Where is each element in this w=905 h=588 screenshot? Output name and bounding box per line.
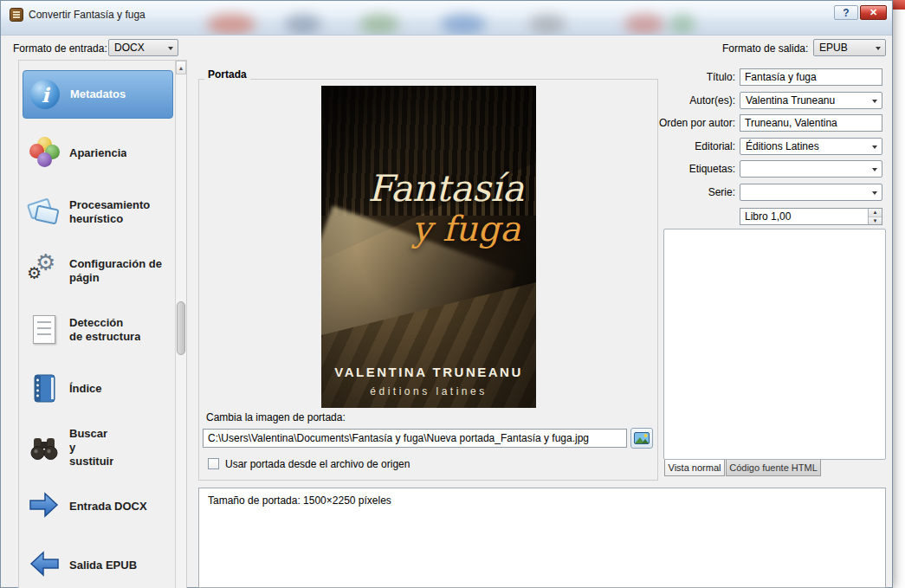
chevron-down-icon — [876, 47, 881, 50]
series-select[interactable] — [740, 184, 882, 201]
cover-image: Fantasía y fuga VALENTINA TRUNEANU éditi… — [321, 86, 536, 408]
sidebar-item-label: Apariencia — [69, 146, 126, 160]
input-format-value: DOCX — [114, 42, 145, 54]
sidebar-item-label: Entrada DOCX — [69, 500, 147, 514]
cover-group-label: Portada — [204, 68, 250, 81]
authors-select[interactable]: Valentina Truneanu — [740, 92, 882, 109]
background-close-button — [893, 0, 905, 10]
sidebar-item-label: Procesamiento heurístico — [69, 198, 150, 227]
sidebar-item-metadatos[interactable]: i Metadatos — [23, 70, 173, 119]
publisher-value: Éditions Latines — [746, 140, 819, 152]
title-value: Fantasía y fuga — [745, 71, 817, 83]
cover-size-text: Tamaño de portada: 1500×2250 píxeles — [208, 494, 391, 507]
cover-author-text: VALENTINA TRUNEANU — [321, 365, 536, 379]
search-replace-icon — [28, 431, 61, 464]
use-source-cover-label: Usar portada desde el archivo de origen — [225, 458, 410, 470]
blurred-toolbar-blob — [529, 14, 566, 35]
sidebar-item-procesamiento-heuristico[interactable]: Procesamiento heurístico — [23, 188, 173, 236]
window-title: Convertir Fantasía y fuga — [29, 9, 145, 21]
titlebar[interactable]: Convertir Fantasía y fuga ? ✕ — [1, 1, 892, 36]
scroll-thumb[interactable] — [177, 301, 185, 355]
blurred-toolbar-blob — [359, 14, 399, 35]
output-format-select[interactable]: EPUB — [813, 39, 886, 56]
output-format-label: Formato de salida: — [722, 42, 808, 55]
cover-publisher-text: éditions latines — [321, 385, 536, 397]
close-button[interactable]: ✕ — [860, 5, 887, 20]
series-label: Serie: — [649, 186, 735, 198]
info-icon: i — [29, 78, 61, 111]
chevron-down-icon — [872, 100, 877, 103]
sidebar-item-entrada-docx[interactable]: Entrada DOCX — [23, 482, 173, 531]
tags-select[interactable] — [740, 160, 882, 178]
cover-subtitle-text: y fuga — [412, 209, 520, 249]
blurred-toolbar-blob — [624, 14, 664, 35]
comments-editor[interactable] — [663, 229, 886, 460]
publisher-label: Editorial: — [649, 140, 735, 152]
chevron-down-icon — [872, 168, 877, 171]
page-setup-icon: ⚙⚙ — [28, 255, 61, 288]
use-source-cover-checkbox[interactable] — [208, 458, 219, 469]
tags-label: Etiquetas: — [649, 163, 735, 175]
appearance-icon — [28, 137, 61, 170]
title-label: Título: — [649, 71, 735, 83]
sidebar-item-label: Configuración de págin — [69, 257, 173, 286]
series-index-spinner[interactable]: Libro 1,00 ▲ ▼ — [740, 208, 882, 225]
cover-size-infobox: Tamaño de portada: 1500×2250 píxeles — [198, 488, 886, 588]
blurred-toolbar-blob — [669, 14, 695, 35]
docx-input-icon — [28, 490, 61, 523]
structure-detection-icon — [28, 313, 61, 346]
convert-dialog: Convertir Fantasía y fuga ? ✕ Formato de… — [0, 0, 893, 588]
cover-title-text: Fantasía — [368, 167, 524, 210]
blurred-toolbar-blob — [285, 14, 321, 35]
blurred-toolbar-blob — [441, 14, 486, 35]
sidebar-item-indice[interactable]: Índice — [23, 365, 173, 413]
toc-icon — [28, 372, 61, 405]
cover-path-input[interactable]: C:\Users\Valentina\Documents\Fantasía y … — [203, 429, 627, 448]
change-cover-label: Cambia la imagen de portada: — [206, 411, 346, 423]
sidebar-item-salida-epub[interactable]: Salida EPUB — [23, 541, 173, 588]
sidebar-item-label: Buscar y sustituir — [69, 427, 113, 469]
input-format-label: Formato de entrada: — [13, 42, 107, 55]
authors-value: Valentina Truneanu — [746, 94, 835, 107]
title-input[interactable]: Fantasía y fuga — [740, 68, 882, 86]
series-index-value: Libro 1,00 — [745, 210, 791, 223]
sidebar-item-buscar-y-sustituir[interactable]: Buscar y sustituir — [23, 423, 173, 472]
scroll-up-button[interactable]: ▲ — [176, 61, 186, 74]
spinner-up-icon[interactable]: ▲ — [869, 209, 882, 217]
output-format-value: EPUB — [819, 42, 848, 54]
chevron-down-icon — [872, 145, 877, 149]
author-sort-value: Truneanu, Valentina — [745, 117, 837, 129]
help-button[interactable]: ? — [834, 5, 858, 20]
author-sort-input[interactable]: Truneanu, Valentina — [740, 114, 882, 132]
input-format-select[interactable]: DOCX — [108, 39, 178, 56]
authors-label: Autor(es): — [649, 94, 735, 107]
tab-vista-normal[interactable]: Vista normal — [664, 460, 725, 476]
chevron-down-icon — [872, 191, 877, 195]
blurred-toolbar-blob — [207, 14, 255, 35]
author-sort-label: Orden por autor: — [649, 117, 735, 129]
sidebar-item-label: Salida EPUB — [69, 559, 137, 572]
sidebar-item-label: Índice — [69, 382, 102, 396]
image-icon — [634, 432, 650, 444]
epub-output-icon — [28, 549, 61, 582]
cover-path-value: C:\Users\Valentina\Documents\Fantasía y … — [208, 432, 589, 444]
browse-cover-button[interactable] — [630, 428, 653, 449]
spinner-down-icon[interactable]: ▼ — [869, 217, 882, 225]
convert-app-icon — [10, 8, 23, 22]
heuristic-processing-icon — [28, 196, 61, 229]
sidebar-scrollbar[interactable]: ▲ — [175, 61, 186, 588]
sidebar-item-label: Detección de estructura — [69, 316, 140, 345]
chevron-down-icon — [168, 47, 173, 50]
background-window — [893, 0, 905, 588]
sidebar-item-configuracion-de-pagina[interactable]: ⚙⚙ Configuración de págin — [23, 247, 173, 295]
publisher-select[interactable]: Éditions Latines — [740, 138, 882, 155]
tab-codigo-fuente-html[interactable]: Código fuente HTML — [726, 460, 821, 476]
sidebar-item-apariencia[interactable]: Apariencia — [23, 129, 173, 178]
sidebar-item-deteccion-de-estructura[interactable]: Detección de estructura — [23, 306, 173, 354]
sidebar-item-label: Metadatos — [70, 87, 126, 101]
sidebar: i Metadatos Apariencia Procesamiento heu… — [18, 60, 187, 588]
